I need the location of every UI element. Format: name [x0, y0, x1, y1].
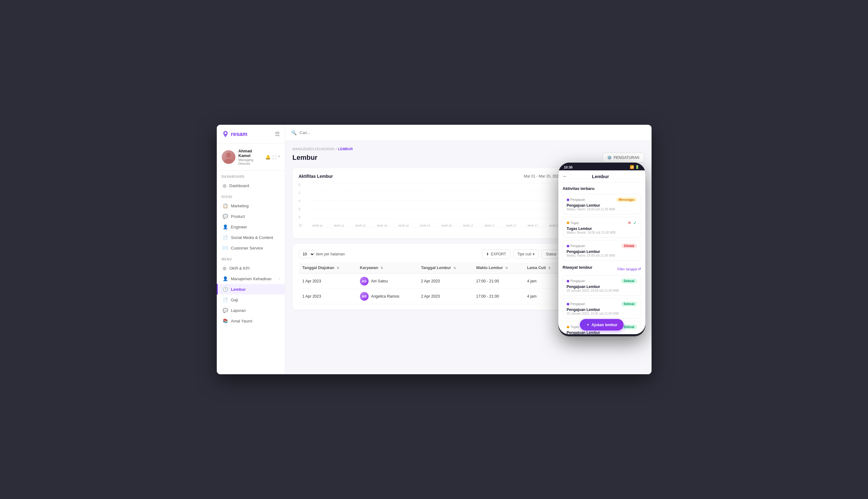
tipe-cuti-filter[interactable]: Tipe cuti ▾ [513, 250, 539, 259]
filter-tanggal-button[interactable]: Filter tanggal ⇄ [617, 267, 641, 271]
emp-avatar: AS [360, 277, 369, 285]
sort-icon: ⇅ [380, 266, 383, 270]
logout-icon[interactable]: ⬚ [272, 155, 276, 159]
bar-label: MAR 17 [463, 224, 473, 227]
type-dot [567, 245, 569, 247]
phone-nav-title: Lembur [571, 174, 630, 179]
user-info: Ahmad Kamel Managing Director [238, 149, 262, 166]
phone-content: Aktivitas terbaru Pengajuan Menunggu Pen… [558, 182, 645, 334]
cell-waktu-lembur: 17:00 - 21:00 [472, 273, 523, 289]
sidebar: resam ☰ Ahmad Kamel Managing Director 🔔 … [217, 125, 285, 374]
logo: resam [222, 130, 248, 138]
marketing-icon: 📋 [223, 203, 228, 208]
reject-button[interactable]: ✕ [628, 220, 631, 225]
bar-label: MAR 15 [420, 224, 430, 227]
search-input[interactable] [300, 130, 645, 135]
settings-icon: ⚙️ [607, 156, 612, 160]
sidebar-item-social-media[interactable]: 📄 Social Media & Content [217, 232, 285, 243]
sidebar-item-product[interactable]: 💬 Product [217, 211, 285, 222]
col-waktu-lembur[interactable]: Waktu Lembur ⇅ [472, 263, 523, 273]
sidebar-item-engineer[interactable]: 👤 Engineer [217, 222, 285, 232]
sort-icon: ⇅ [337, 266, 339, 270]
cell-tanggal-lembur: 2 Apr 2023 [417, 289, 472, 304]
phone-back-button[interactable]: ← [563, 173, 568, 179]
phone-riwayat-2: Pengajuan Selesai Pengajuan Lembur 20 Ja… [563, 298, 641, 319]
bar-group: MAR 16 [437, 223, 456, 227]
table-card: 10 25 50 item per halaman ⬇ EXPORT [293, 244, 570, 310]
breadcrumb-current: LEMBUR [338, 147, 353, 151]
emp-name: Airi Satou [371, 279, 388, 283]
bar-group: MAR 13 [372, 223, 391, 227]
tipe-cuti-chevron-icon: ▾ [533, 252, 534, 256]
item-type-label: Pengajuan [570, 279, 585, 283]
item-title: Pengajuan Lembur [567, 307, 637, 312]
item-title: Pengajuan Lembur [567, 203, 637, 208]
approve-button[interactable]: ✓ [633, 220, 637, 225]
cell-karyawan: AR Angelica Ramos [356, 289, 417, 304]
bar-label: MAR 16 [442, 224, 452, 227]
filter-label: Filter tanggal [617, 267, 637, 271]
table-controls: 10 25 50 item per halaman ⬇ EXPORT [299, 250, 564, 259]
sidebar-item-laporan[interactable]: 💬 Laporan [217, 305, 285, 316]
sidebar-item-okr[interactable]: ◎ OKR & KPI [217, 263, 285, 273]
engineer-icon: 👤 [223, 224, 228, 229]
per-page-label: item per halaman [316, 252, 345, 256]
phone-status-bar: 10:30 📶 🔋 [558, 162, 645, 170]
chart-y-labels: 10 8 6 4 2 0 [299, 183, 302, 233]
sidebar-item-lembur[interactable]: 🕐 Lembur [217, 284, 285, 294]
sidebar-logo: resam ☰ [217, 125, 285, 144]
status-badge: Ditolak [621, 244, 637, 248]
plus-icon: ＋ [586, 322, 590, 327]
sidebar-item-dashboard[interactable]: ◎ Dashboard [217, 180, 285, 191]
left-column: Aktifitas Lembur Mar 01 - Mar 20, 2023 ▾… [293, 168, 570, 315]
avatar [222, 150, 235, 164]
bar-label: MAR 13 [377, 224, 387, 227]
col-tanggal-lembur[interactable]: Tanggal Lembur ⇅ [417, 263, 472, 273]
table-row: 1 Apr 2023 AR Angelica Ramos 2 Apr 2023 … [299, 289, 564, 304]
logo-icon [222, 130, 229, 138]
bar-label: MAR 14 [399, 224, 409, 227]
col-tanggal-diajukan[interactable]: Tanggal Diajukan ⇅ [299, 263, 356, 273]
phone-time: 10:30 [564, 166, 573, 169]
bar-group: MAR 10 [308, 223, 327, 227]
phone-item-pengajuan-2: Pengajuan Ditolak Pengajuan Lembur Waktu… [563, 240, 641, 261]
settings-button[interactable]: ⚙️ PENGATURAN [603, 153, 644, 162]
status-label: Status [546, 252, 556, 256]
dashboard-section-label: DASHBOARD [217, 171, 285, 180]
status-badge: Selesai [621, 302, 637, 306]
phone-screen: ← Lembur Aktivitas terbaru Pengajuan Men… [558, 170, 645, 334]
chart-card: Aktifitas Lembur Mar 01 - Mar 20, 2023 ▾… [293, 168, 570, 238]
col-karyawan[interactable]: Karyawan ⇅ [356, 263, 417, 273]
svg-point-1 [226, 153, 231, 158]
sort-icon: ⇅ [505, 266, 508, 270]
sidebar-item-amal-yaumi[interactable]: 📚 Amal Yaumi [217, 316, 285, 326]
status-badge: Menunggu [616, 197, 637, 202]
breadcrumb: MANAJEMEN KEHADIRAN / LEMBUR [293, 147, 644, 151]
cell-karyawan: AS Airi Satou [356, 273, 417, 289]
export-button[interactable]: ⬇ EXPORT [482, 250, 510, 259]
sidebar-item-marketing[interactable]: 📋 Marketing [217, 200, 285, 211]
product-icon: 💬 [223, 214, 228, 219]
sidebar-item-label: Marketing [231, 204, 249, 208]
item-time: Waktu: Besok: 19.00 s/d 21.00 WIB [567, 231, 637, 234]
bar-group: MAR 17 [459, 223, 478, 227]
ajukan-lembur-button[interactable]: ＋ Ajukan lembur [580, 319, 623, 330]
sidebar-item-gaji[interactable]: 📄 Gaji [217, 294, 285, 305]
sidebar-user: Ahmad Kamel Managing Director 🔔 ⬚ ▾ [217, 144, 285, 171]
tipe-cuti-label: Tipe cuti [518, 252, 531, 256]
notification-icon[interactable]: 🔔 [265, 155, 271, 159]
per-page-select[interactable]: 10 25 50 [299, 250, 315, 258]
date-range-selector[interactable]: Mar 01 - Mar 20, 2023 ▾ [524, 174, 564, 179]
sidebar-item-label: Manajemen Kehadiran [231, 277, 272, 281]
page-header: Lembur ⚙️ PENGATURAN [293, 153, 644, 162]
col-lama-cuti[interactable]: Lama Cuti ⇅ [523, 263, 564, 273]
bar-label: MAR 17 [485, 224, 495, 227]
user-chevron-icon[interactable]: ▾ [278, 155, 280, 159]
sidebar-item-customer-service[interactable]: ✉️ Customer Service [217, 243, 285, 253]
sidebar-item-manajemen-kehadiran[interactable]: 👤 Manajemen Kehadiran › [217, 273, 285, 284]
topbar: 🔍 [285, 125, 652, 141]
hamburger-icon[interactable]: ☰ [275, 131, 280, 137]
amal-icon: 📚 [223, 318, 228, 324]
item-type-label: Pengajuan [570, 198, 585, 202]
sidebar-item-label: Engineer [231, 225, 247, 229]
